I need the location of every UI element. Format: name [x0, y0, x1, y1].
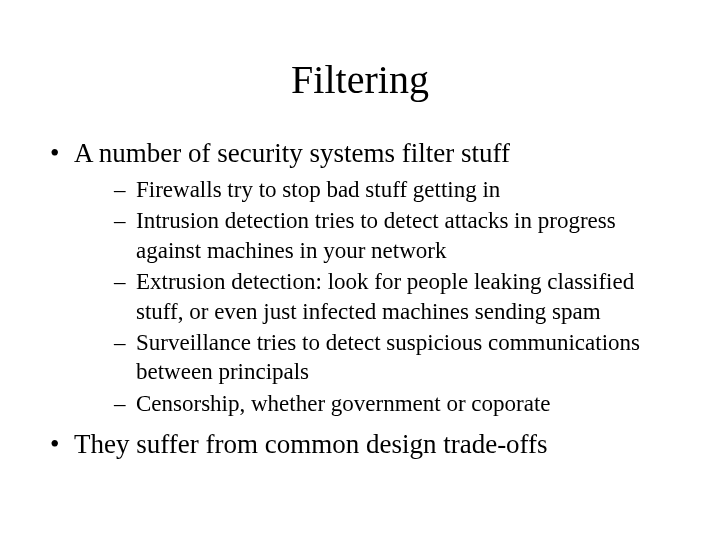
- bullet-list: A number of security systems filter stuf…: [40, 137, 680, 462]
- sub-bullet-text: Censorship, whether government or copora…: [136, 391, 551, 416]
- sub-bullet-item: Censorship, whether government or copora…: [74, 389, 680, 418]
- bullet-item: A number of security systems filter stuf…: [40, 137, 680, 418]
- sub-bullet-list: Firewalls try to stop bad stuff getting …: [74, 175, 680, 419]
- slide-title: Filtering: [40, 56, 680, 103]
- sub-bullet-item: Intrusion detection tries to detect atta…: [74, 206, 680, 265]
- sub-bullet-text: Surveillance tries to detect suspicious …: [136, 330, 640, 384]
- slide: Filtering A number of security systems f…: [0, 0, 720, 540]
- sub-bullet-item: Extrusion detection: look for people lea…: [74, 267, 680, 326]
- sub-bullet-item: Surveillance tries to detect suspicious …: [74, 328, 680, 387]
- sub-bullet-text: Firewalls try to stop bad stuff getting …: [136, 177, 500, 202]
- sub-bullet-text: Extrusion detection: look for people lea…: [136, 269, 634, 323]
- bullet-text: They suffer from common design trade-off…: [74, 429, 548, 459]
- bullet-item: They suffer from common design trade-off…: [40, 428, 680, 462]
- sub-bullet-item: Firewalls try to stop bad stuff getting …: [74, 175, 680, 204]
- sub-bullet-text: Intrusion detection tries to detect atta…: [136, 208, 616, 262]
- bullet-text: A number of security systems filter stuf…: [74, 138, 510, 168]
